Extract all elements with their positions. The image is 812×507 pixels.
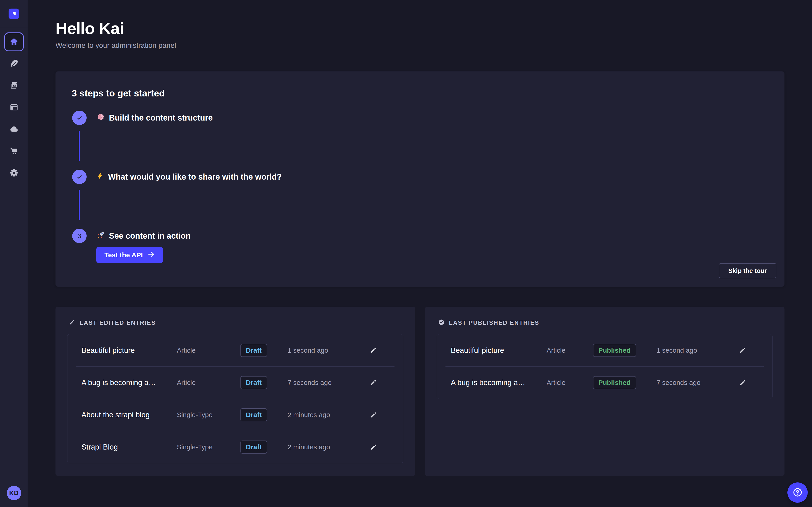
- status-badge: Draft: [241, 376, 267, 389]
- step-label: What would you like to share with the wo…: [108, 172, 282, 182]
- entry-time: 7 seconds ago: [288, 379, 369, 386]
- sidebar-item-settings[interactable]: [4, 166, 24, 180]
- status-badge: Draft: [241, 344, 267, 357]
- help-button[interactable]: [788, 483, 808, 503]
- table-row: Beautiful picture Article Published 1 se…: [437, 334, 772, 367]
- page-subtitle: Welcome to your administration panel: [55, 41, 784, 50]
- last-edited-table: Beautiful picture Article Draft 1 second…: [67, 334, 403, 463]
- gear-icon: [9, 168, 19, 178]
- page-title: Hello Kai: [55, 19, 784, 38]
- cloud-icon: [9, 124, 19, 134]
- onboarding-card: 3 steps to get started Build the content…: [55, 71, 784, 287]
- status-badge: Published: [593, 344, 636, 357]
- entry-title: Beautiful picture: [451, 346, 547, 355]
- last-published-caption: LAST PUBLISHED ENTRIES: [449, 319, 539, 326]
- step-3-label-row: See content in action: [96, 230, 191, 242]
- step-label: See content in action: [109, 231, 191, 241]
- entry-title: Beautiful picture: [82, 346, 177, 355]
- entry-time: 2 minutes ago: [288, 443, 369, 451]
- table-row: Strapi Blog Single-Type Draft 2 minutes …: [67, 431, 403, 463]
- sidebar-nav: [4, 28, 24, 180]
- skip-the-tour-button[interactable]: Skip the tour: [719, 263, 776, 278]
- entry-type: Article: [177, 347, 241, 354]
- home-icon: [9, 37, 19, 47]
- step-connector: [79, 131, 80, 161]
- entry-type: Article: [547, 347, 593, 354]
- strapi-logo[interactable]: [9, 9, 19, 19]
- table-row: About the strapi blog Single-Type Draft …: [67, 399, 403, 431]
- step-2-label-row: What would you like to share with the wo…: [96, 171, 282, 183]
- last-published-header: LAST PUBLISHED ENTRIES: [438, 318, 539, 327]
- edit-entry-button[interactable]: [369, 411, 377, 419]
- pencil-icon: [69, 319, 75, 326]
- last-edited-caption: LAST EDITED ENTRIES: [80, 319, 156, 326]
- sidebar-bottom-divider: [0, 479, 28, 479]
- entry-title: A bug is becoming a…: [451, 378, 547, 387]
- layout-icon: [9, 103, 19, 113]
- sidebar-item-content-manager[interactable]: [4, 57, 24, 71]
- status-badge: Draft: [241, 408, 267, 421]
- entry-type: Single-Type: [177, 443, 241, 451]
- table-row: A bug is becoming a… Article Published 7…: [437, 367, 772, 399]
- edit-entry-button[interactable]: [369, 347, 377, 354]
- entry-title: Strapi Blog: [82, 443, 177, 451]
- cart-icon: [9, 146, 19, 156]
- entries-panels: LAST EDITED ENTRIES Beautiful picture Ar…: [55, 307, 784, 476]
- last-published-panel: LAST PUBLISHED ENTRIES Beautiful picture…: [425, 307, 785, 476]
- edit-entry-button[interactable]: [739, 379, 746, 386]
- sidebar-item-marketplace[interactable]: [4, 144, 24, 158]
- step-label: Build the content structure: [109, 113, 213, 123]
- question-circle-icon: [793, 487, 803, 498]
- avatar[interactable]: KD: [7, 486, 21, 500]
- strapi-logo-icon: [11, 10, 17, 17]
- sidebar-item-content-type-builder[interactable]: [4, 100, 24, 115]
- step-2-check-circle: [72, 170, 87, 184]
- entry-title: About the strapi blog: [82, 410, 177, 419]
- entry-time: 1 second ago: [657, 347, 739, 354]
- step-connector: [79, 190, 80, 220]
- entry-type: Article: [547, 379, 593, 386]
- feather-icon: [9, 59, 19, 69]
- table-row: Beautiful picture Article Draft 1 second…: [67, 334, 403, 367]
- table-row: A bug is becoming a… Article Draft 7 sec…: [67, 367, 403, 399]
- edit-entry-button[interactable]: [739, 347, 746, 354]
- brain-emoji-icon: [96, 112, 105, 123]
- edit-entry-button[interactable]: [369, 379, 377, 386]
- images-icon: [9, 81, 19, 91]
- sidebar-item-cloud[interactable]: [4, 122, 24, 136]
- step-number: 3: [78, 232, 82, 240]
- status-badge: Draft: [241, 441, 267, 454]
- arrow-right-icon: [147, 250, 155, 260]
- entry-title: A bug is becoming a…: [82, 378, 177, 387]
- last-edited-panel: LAST EDITED ENTRIES Beautiful picture Ar…: [55, 307, 415, 476]
- entry-time: 2 minutes ago: [288, 411, 369, 419]
- last-edited-header: LAST EDITED ENTRIES: [69, 318, 156, 327]
- entry-time: 1 second ago: [288, 347, 369, 354]
- sidebar-item-media-library[interactable]: [4, 78, 24, 93]
- step-1-check-circle: [72, 111, 87, 125]
- lightning-emoji-icon: [96, 172, 104, 182]
- entry-type: Single-Type: [177, 411, 241, 419]
- entry-type: Article: [177, 379, 241, 386]
- test-the-api-label: Test the API: [104, 251, 143, 259]
- onboarding-title: 3 steps to get started: [72, 88, 165, 99]
- last-published-table: Beautiful picture Article Published 1 se…: [437, 334, 773, 399]
- test-the-api-button[interactable]: Test the API: [96, 247, 163, 263]
- sidebar: KD: [0, 0, 28, 507]
- edit-entry-button[interactable]: [369, 443, 377, 451]
- main-content: Hello Kai Welcome to your administration…: [28, 0, 812, 507]
- rocket-emoji-icon: [96, 230, 105, 241]
- sidebar-item-home[interactable]: [4, 33, 24, 51]
- check-circle-icon: [438, 319, 445, 326]
- entry-time: 7 seconds ago: [657, 379, 739, 386]
- step-1-label-row: Build the content structure: [96, 112, 213, 124]
- step-3-number-circle: 3: [72, 229, 87, 243]
- status-badge: Published: [593, 376, 636, 389]
